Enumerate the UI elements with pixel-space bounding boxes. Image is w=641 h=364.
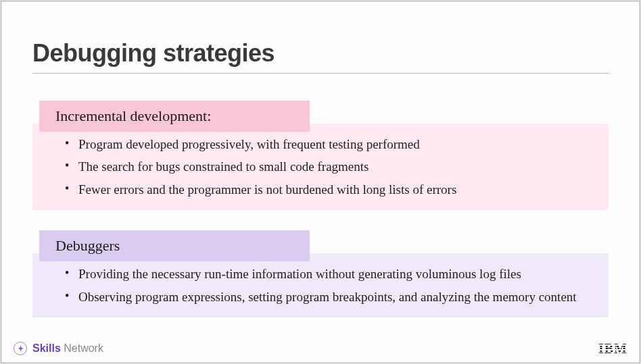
list-item: Fewer errors and the programmer is not b… bbox=[60, 178, 592, 201]
skills-bold: Skills bbox=[32, 342, 61, 354]
page-title: Debugging strategies bbox=[32, 39, 609, 74]
slide: Debugging strategies Incremental develop… bbox=[1, 1, 640, 363]
list-item: The search for bugs constrained to small… bbox=[60, 155, 592, 178]
section-header-debuggers: Debuggers bbox=[39, 230, 310, 261]
list-item: Providing the necessary run-time informa… bbox=[60, 263, 592, 285]
section-header-incremental: Incremental development: bbox=[39, 101, 310, 132]
list-item: Program developed progressively, with fr… bbox=[60, 133, 592, 155]
section-body-incremental: Program developed progressively, with fr… bbox=[32, 124, 609, 210]
skills-network-icon: ✦ bbox=[14, 342, 27, 355]
skills-network-badge: ✦ Skills Network bbox=[14, 342, 103, 355]
section-body-debuggers: Providing the necessary run-time informa… bbox=[32, 253, 609, 317]
section-debuggers: Debuggers Providing the necessary run-ti… bbox=[32, 222, 609, 317]
list-item: Observing program expressions, setting p… bbox=[60, 286, 592, 308]
ibm-logo: IBM bbox=[598, 341, 627, 357]
incremental-list: Program developed progressively, with fr… bbox=[60, 133, 592, 201]
section-incremental: Incremental development: Program develop… bbox=[32, 93, 609, 210]
footer: ✦ Skills Network IBM bbox=[1, 338, 640, 363]
skills-light: Network bbox=[61, 342, 103, 354]
debuggers-list: Providing the necessary run-time informa… bbox=[60, 263, 592, 308]
skills-network-label: Skills Network bbox=[32, 342, 103, 355]
